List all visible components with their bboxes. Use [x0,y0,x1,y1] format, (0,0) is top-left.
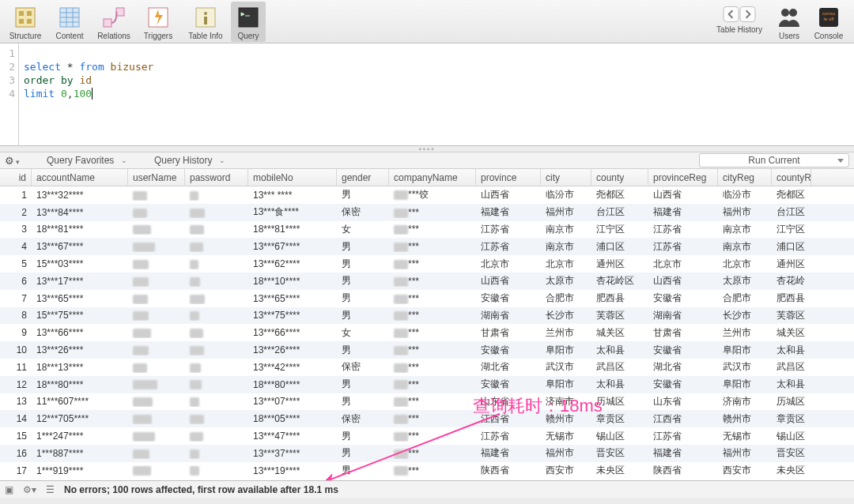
structure-button[interactable]: Structure [3,2,47,42]
query-options-bar: ⚙︎▾ Query Favorites ⌄ Query History ⌄ Ru… [0,152,854,169]
svg-rect-0 [16,8,35,27]
toolbar-right: Table History Users console off Console [707,2,851,42]
col-province[interactable]: province [476,169,541,186]
table-row[interactable]: 2 13***84**** xx x 13***食**** 保密 xx*** 福… [0,204,854,221]
table-row[interactable]: 11 18***13**** xx x 13***42**** 保密 xx***… [0,359,854,376]
history-nav-icon [723,5,756,24]
svg-rect-2 [104,19,111,27]
content-icon [57,5,82,30]
col-city[interactable]: city [541,169,591,186]
col-accountName[interactable]: accountName [32,169,128,186]
toolbar-left: Structure Content Relations Triggers Tab… [3,2,266,42]
editor-code[interactable]: select * from bizuser order by id limit … [19,43,158,145]
col-companyName[interactable]: companyName [389,169,476,186]
svg-rect-3 [116,8,124,16]
table-row[interactable]: 8 15***75**** xx x 13***75**** 男 xx*** 湖… [0,307,854,325]
svg-rect-9 [724,6,739,21]
table-row[interactable]: 14 12***705**** xx x 18***05**** 保密 xx**… [0,410,854,427]
svg-point-11 [781,9,789,17]
content-button[interactable]: Content [47,2,92,42]
table-row[interactable]: 7 13***65**** xx x 13***65**** 男 xx*** 安… [0,290,854,307]
table-row[interactable]: 12 18***80**** xx x 18***80**** 男 xx*** … [0,376,854,393]
svg-point-6 [204,12,207,15]
col-userName[interactable]: userName [128,169,185,186]
status-text: No errors; 100 rows affected, first row … [64,484,338,495]
svg-text:le off: le off [824,17,834,21]
col-provinceReg[interactable]: provinceReg [648,169,718,186]
results-header: id accountName userName password mobileN… [0,169,854,186]
main-toolbar: Structure Content Relations Triggers Tab… [0,0,854,43]
table-row[interactable]: 17 1***919**** xx x 13***19**** 男 xx*** … [0,462,854,480]
table-row[interactable]: 5 15***03**** xx x 13***62**** 男 xx*** 北… [0,255,854,273]
table-row[interactable]: 9 13***66**** xx x 13***66**** 女 xx*** 甘… [0,324,854,341]
table-row[interactable]: 1 13***32**** xx x 13*** **** 男 xx***饺 山… [0,186,854,204]
table-row[interactable]: 16 1***887**** xx x 13***37**** 男 xx*** … [0,445,854,462]
query-favorites-menu[interactable]: Query Favorites ⌄ [47,155,127,166]
gear-icon[interactable]: ⚙︎▾ [5,155,20,167]
table-row[interactable]: 10 13***26**** xx x 13***26**** 男 xx*** … [0,341,854,359]
table-row[interactable]: 3 18***81**** xx x 18***81**** 女 xx*** 江… [0,221,854,239]
sql-editor[interactable]: 1 2 3 4 select * from bizuser order by i… [0,43,854,146]
structure-icon [13,5,38,30]
tableinfo-button[interactable]: Table Info [180,2,231,42]
triggers-button[interactable]: Triggers [136,2,180,42]
tableinfo-icon [193,5,218,30]
svg-rect-8 [239,8,258,27]
col-county[interactable]: county [591,169,648,186]
svg-text:conso: conso [822,11,836,16]
query-icon [236,5,261,30]
table-row[interactable]: 15 1***247**** xx x 13***47**** 男 xx*** … [0,427,854,445]
svg-rect-7 [204,17,207,24]
table-row[interactable]: 13 11***607**** xx x 13***07**** 男 xx***… [0,393,854,411]
table-row[interactable]: 4 13***67**** xx x 13***67**** 男 xx*** 江… [0,238,854,255]
users-icon [777,5,802,30]
col-countyReg[interactable]: countyR [772,169,811,186]
triggers-icon [145,5,171,30]
query-button[interactable]: Query [231,2,266,42]
console-icon: console off [816,5,841,30]
svg-point-12 [789,9,797,17]
col-gender[interactable]: gender [337,169,389,186]
svg-rect-10 [740,6,755,21]
col-mobileNo[interactable]: mobileNo [248,169,337,186]
relations-button[interactable]: Relations [92,2,136,42]
status-tree-icon[interactable]: ☰ [46,484,55,495]
tablehistory-button[interactable]: Table History [707,2,772,42]
results-body: 1 13***32**** xx x 13*** **** 男 xx***饺 山… [0,186,854,480]
console-button[interactable]: console off Console [807,2,851,42]
query-history-menu[interactable]: Query History ⌄ [154,155,225,166]
users-button[interactable]: Users [772,2,807,42]
results-grid: id accountName userName password mobileN… [0,169,854,480]
col-password[interactable]: password [185,169,248,186]
pane-divider[interactable]: •••• [0,146,854,152]
col-cityReg[interactable]: cityReg [718,169,772,186]
col-id[interactable]: id [0,169,32,186]
status-gear-icon[interactable]: ⚙︎▾ [23,484,36,495]
table-row[interactable]: 6 13***17**** xx x 18***10**** 男 xx*** 山… [0,273,854,290]
panel-toggle-icon[interactable]: ▣ [5,484,13,495]
relations-icon [101,5,127,30]
run-button[interactable]: Run Current [699,153,849,167]
status-bar: ▣ ⚙︎▾ ☰ No errors; 100 rows affected, fi… [0,480,854,498]
editor-gutter: 1 2 3 4 [0,43,19,145]
